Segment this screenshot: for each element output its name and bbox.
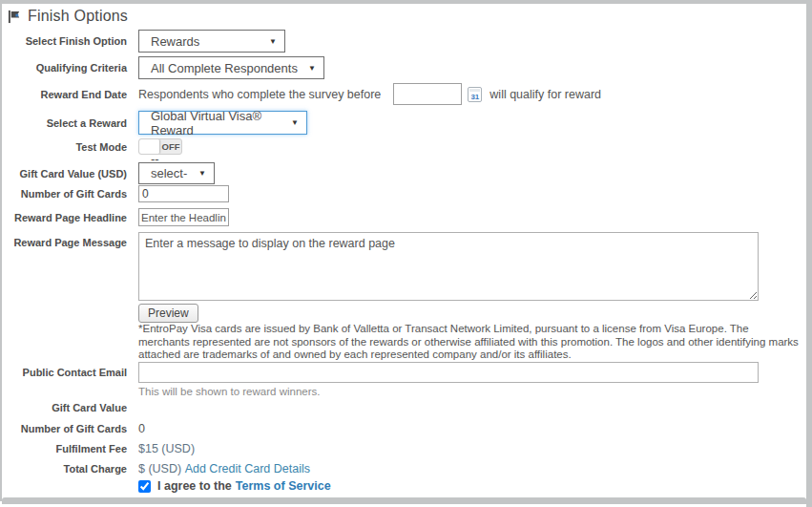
frame-border-top — [0, 0, 812, 4]
qualifying-criteria-label: Qualifying Criteria — [2, 62, 127, 74]
row-disclaimer: *EntroPay Visa cards are issued by Bank … — [2, 323, 802, 362]
row-number-of-gift-cards: Number of Gift Cards — [2, 185, 802, 202]
reward-end-date-input[interactable] — [393, 83, 462, 105]
row-gift-card-value: Gift Card Value (USD) --select-- ▼ — [2, 162, 802, 184]
calendar-icon[interactable]: 31 — [468, 87, 482, 102]
row-reward-page-headline: Reward Page Headline — [2, 208, 802, 226]
terms-of-service-link[interactable]: Terms of Service — [236, 479, 331, 493]
row-reward-page-message: Reward Page Message — [2, 232, 802, 301]
reward-page-message-label: Reward Page Message — [2, 232, 127, 248]
chevron-down-icon: ▼ — [198, 169, 206, 178]
row-preview: Preview — [2, 304, 802, 323]
agreement-text: I agree to the — [157, 479, 232, 493]
select-finish-option-dropdown[interactable]: Rewards ▼ — [138, 30, 285, 53]
row-select-a-reward: Select a Reward Global Virtual Visa® Rew… — [2, 111, 802, 135]
total-charge-value: $ (USD) — [138, 462, 181, 475]
reward-end-date-suffix: will qualify for reward — [489, 88, 601, 101]
page-title: Finish Options — [28, 8, 128, 25]
public-contact-email-input[interactable] — [138, 362, 759, 383]
select-a-reward-dropdown[interactable]: Global Virtual Visa® Reward ▼ — [138, 111, 307, 135]
fulfilment-fee-value: $15 (USD) — [138, 442, 195, 455]
add-credit-card-details-link[interactable]: Add Credit Card Details — [185, 462, 310, 475]
row-agreement: I agree to the Terms of Service — [2, 479, 802, 493]
qualifying-criteria-dropdown[interactable]: All Complete Respondents ▼ — [138, 56, 324, 79]
frame-border-left — [0, 0, 2, 501]
select-finish-option-value: Rewards — [151, 34, 199, 49]
horizontal-scrollbar[interactable] — [2, 497, 806, 504]
row-summary-gift-card-value: Gift Card Value — [2, 402, 802, 413]
summary-gift-card-value-label: Gift Card Value — [2, 402, 127, 413]
reward-end-date-prefix: Respondents who complete the survey befo… — [138, 88, 381, 101]
preview-button[interactable]: Preview — [138, 304, 198, 323]
summary-number-of-gift-cards-label: Number of Gift Cards — [2, 423, 127, 434]
reward-page-headline-label: Reward Page Headline — [2, 212, 127, 223]
row-select-finish-option: Select Finish Option Rewards ▼ — [2, 30, 802, 53]
test-mode-label: Test Mode — [2, 141, 127, 153]
row-total-charge: Total Charge $ (USD) Add Credit Card Det… — [2, 462, 802, 475]
finish-options-panel: Finish Options Select Finish Option Rewa… — [0, 0, 812, 507]
row-qualifying-criteria: Qualifying Criteria All Complete Respond… — [2, 56, 802, 79]
row-test-mode: Test Mode OFF — [2, 138, 802, 155]
number-of-gift-cards-input[interactable] — [138, 185, 229, 202]
terms-agreement-checkbox[interactable] — [138, 480, 151, 493]
flag-icon — [8, 10, 22, 24]
chevron-down-icon: ▼ — [269, 37, 277, 46]
reward-page-message-textarea[interactable] — [138, 232, 759, 301]
summary-number-of-gift-cards: 0 — [138, 422, 145, 435]
number-of-gift-cards-label: Number of Gift Cards — [2, 188, 127, 200]
entropay-disclaimer-text: *EntroPay Visa cards are issued by Bank … — [138, 323, 802, 362]
row-summary-number-of-gift-cards: Number of Gift Cards 0 — [2, 422, 802, 435]
chevron-down-icon: ▼ — [291, 118, 299, 127]
select-a-reward-value: Global Virtual Visa® Reward — [151, 109, 281, 137]
chevron-down-icon: ▼ — [308, 64, 316, 73]
qualifying-criteria-value: All Complete Respondents — [151, 61, 298, 75]
reward-end-date-label: Reward End Date — [2, 89, 127, 100]
fulfilment-fee-label: Fulfilment Fee — [2, 443, 127, 454]
row-public-contact-email: Public Contact Email This will be shown … — [2, 362, 802, 397]
vertical-scrollbar[interactable] — [806, 0, 812, 507]
public-contact-email-label: Public Contact Email — [2, 362, 127, 378]
total-charge-label: Total Charge — [2, 463, 127, 475]
row-reward-end-date: Reward End Date Respondents who complete… — [2, 83, 802, 105]
reward-page-headline-input[interactable] — [138, 208, 229, 226]
gift-card-value-dropdown[interactable]: --select-- ▼ — [138, 162, 215, 184]
select-finish-option-label: Select Finish Option — [2, 35, 127, 47]
select-a-reward-label: Select a Reward — [2, 117, 127, 129]
row-fulfilment-fee: Fulfilment Fee $15 (USD) — [2, 442, 802, 455]
gift-card-value-label: Gift Card Value (USD) — [2, 168, 127, 180]
page-header: Finish Options — [8, 8, 128, 25]
public-contact-email-helper: This will be shown to reward winners. — [138, 386, 759, 397]
